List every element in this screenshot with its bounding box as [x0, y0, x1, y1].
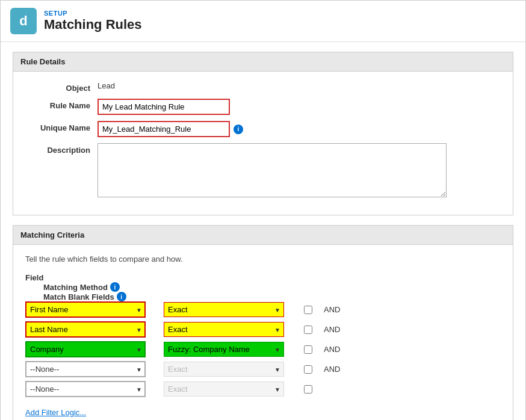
object-label: Object: [25, 81, 97, 93]
add-filter-logic-link[interactable]: Add Filter Logic...: [25, 408, 86, 417]
object-row: Object Lead: [25, 81, 501, 93]
method-select-wrapper: Exact▼: [164, 322, 284, 337]
and-label: AND: [324, 365, 340, 374]
method-select: Exact: [164, 381, 284, 397]
criteria-row: --None--▼Exact▼AND: [25, 361, 501, 377]
method-select[interactable]: Fuzzy: Company Name: [164, 342, 284, 357]
col-method-header: Matching Method i: [43, 282, 182, 292]
matching-criteria-section: Matching Criteria Tell the rule which fi…: [13, 225, 513, 420]
method-select-wrapper: Exact▼: [164, 302, 284, 317]
and-label: AND: [324, 325, 340, 334]
match-blank-checkbox[interactable]: [304, 345, 312, 354]
description-field-container: [97, 143, 501, 199]
field-select-wrapper: Last Name▼: [25, 321, 146, 338]
match-blank-checkbox[interactable]: [304, 306, 312, 314]
field-select-wrapper: Company▼: [25, 341, 146, 357]
blank-info-icon[interactable]: i: [117, 292, 126, 301]
and-label: AND: [324, 345, 340, 354]
match-blank-checkbox[interactable]: [304, 385, 312, 394]
criteria-row: Company▼Fuzzy: Company Name▼AND: [25, 341, 501, 357]
description-row: Description: [25, 143, 501, 199]
match-blank-checkbox-wrapper: [302, 365, 314, 374]
rule-details-section: Rule Details Object Lead Rule Name: [13, 52, 513, 215]
match-blank-checkbox-wrapper: [302, 326, 314, 334]
and-label: AND: [324, 305, 340, 314]
method-info-icon[interactable]: i: [110, 282, 120, 292]
criteria-col-headers: Field Matching Method i Match Blank Fiel…: [25, 273, 501, 301]
header: d SETUP Matching Rules: [1, 1, 525, 42]
unique-name-field-container: i: [97, 121, 501, 137]
criteria-description: Tell the rule which fields to compare an…: [25, 255, 501, 264]
match-blank-checkbox-wrapper: [302, 385, 314, 394]
object-value-container: Lead: [97, 81, 501, 90]
match-blank-checkbox-wrapper: [302, 345, 314, 354]
field-select-wrapper: First Name▼: [25, 301, 146, 318]
unique-name-row: Unique Name i: [25, 121, 501, 137]
unique-name-wrapper: i: [97, 121, 501, 137]
rule-details-header: Rule Details: [13, 52, 513, 72]
field-select-wrapper: --None--▼: [25, 381, 146, 397]
method-select-wrapper: Exact▼: [164, 381, 284, 397]
rule-name-input[interactable]: [97, 99, 230, 115]
description-input[interactable]: [97, 143, 447, 197]
rule-details-body: Object Lead Rule Name Unique Name: [13, 72, 513, 215]
field-select[interactable]: Last Name: [25, 321, 146, 338]
method-select[interactable]: Exact: [164, 302, 284, 317]
col-blank-header: Match Blank Fields i: [43, 292, 501, 301]
field-select[interactable]: First Name: [25, 301, 146, 318]
criteria-row: First Name▼Exact▼AND: [25, 301, 501, 318]
app-icon: d: [10, 8, 37, 34]
rule-name-label: Rule Name: [25, 99, 97, 110]
match-blank-checkbox[interactable]: [304, 365, 312, 374]
unique-name-input[interactable]: [97, 121, 230, 137]
criteria-row: --None--▼Exact▼: [25, 381, 501, 397]
col-field-header: Field: [25, 273, 146, 282]
main-window: d SETUP Matching Rules Rule Details Obje…: [0, 0, 526, 420]
field-select[interactable]: Company: [25, 341, 146, 357]
method-select: Exact: [164, 362, 284, 377]
criteria-rows-container: First Name▼Exact▼ANDLast Name▼Exact▼ANDC…: [25, 301, 501, 397]
content-area: Rule Details Object Lead Rule Name: [1, 42, 525, 420]
match-blank-checkbox-wrapper: [302, 306, 314, 314]
page-title: Matching Rules: [44, 17, 142, 32]
rule-name-field-container: [97, 99, 501, 115]
method-select[interactable]: Exact: [164, 322, 284, 337]
field-select-wrapper: --None--▼: [25, 361, 146, 377]
unique-name-info-icon[interactable]: i: [234, 125, 243, 134]
rule-name-row: Rule Name: [25, 99, 501, 115]
header-text: SETUP Matching Rules: [44, 10, 142, 32]
method-select-wrapper: Exact▼: [164, 362, 284, 377]
matching-criteria-body: Tell the rule which fields to compare an…: [13, 245, 513, 420]
criteria-row: Last Name▼Exact▼AND: [25, 321, 501, 338]
match-blank-checkbox[interactable]: [304, 326, 312, 334]
description-label: Description: [25, 143, 97, 155]
method-select-wrapper: Fuzzy: Company Name▼: [164, 342, 284, 357]
unique-name-label: Unique Name: [25, 121, 97, 132]
field-select[interactable]: --None--: [25, 381, 146, 397]
matching-criteria-header: Matching Criteria: [13, 226, 513, 245]
object-value: Lead: [97, 79, 115, 90]
setup-label: SETUP: [44, 10, 142, 17]
field-select[interactable]: --None--: [25, 361, 146, 377]
